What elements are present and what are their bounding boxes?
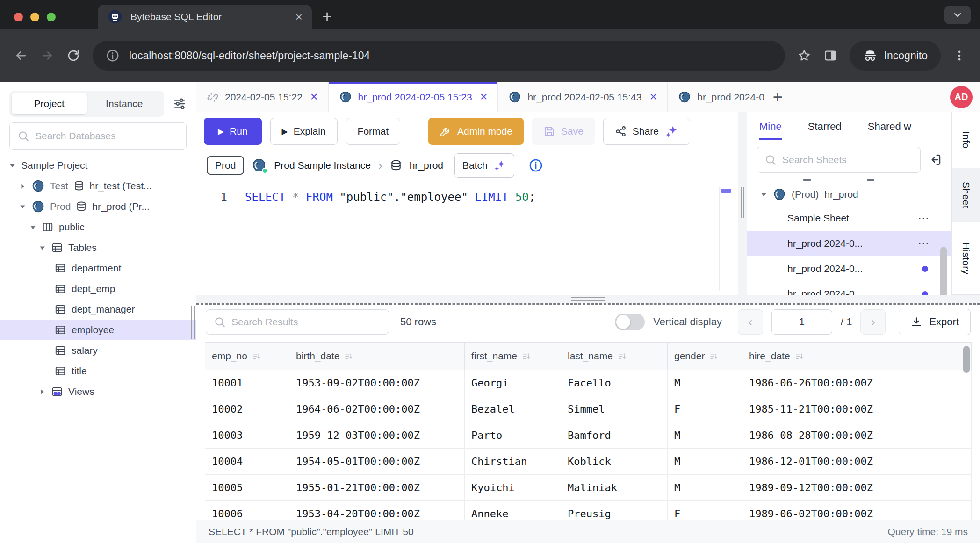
sql-editor[interactable]: 1 SELECT * FROM "public"."employee" LIMI… [196,184,738,295]
tab-sheet[interactable]: Sheet [952,168,980,222]
page-number-input[interactable] [771,309,832,335]
table-cell[interactable]: 10003 [205,422,289,449]
tab-starred[interactable]: Starred [808,121,842,140]
table-cell[interactable]: 1986-08-28T00:00:00Z [742,422,915,449]
database-search[interactable] [9,122,187,150]
sort-icon[interactable] [252,352,261,361]
run-button[interactable]: ▶ Run [204,118,262,145]
next-page-button[interactable]: › [860,309,886,335]
table-cell[interactable]: F [668,501,742,520]
sheet-group-hr_prod[interactable]: (Prod) hr_prod [747,183,951,206]
sort-icon[interactable] [709,352,718,361]
bookmark-star-icon[interactable] [797,49,811,63]
database-search-input[interactable] [35,130,179,142]
side-panel-icon[interactable] [823,49,837,63]
table-cell[interactable]: Preusig [561,501,668,520]
window-close-icon[interactable] [14,13,23,21]
table-cell[interactable]: 1985-11-21T00:00:00Z [742,396,915,422]
splitter-handle[interactable] [741,187,744,218]
batch-mode-button[interactable]: Batch [454,153,514,178]
column-header-gender[interactable]: gender [668,343,742,370]
table-cell[interactable]: 1989-09-12T00:00:00Z [742,475,915,501]
instance-name[interactable]: Prod Sample Instance [274,160,371,171]
table-cell[interactable]: 1953-09-02T00:00:00Z [289,370,465,396]
table-cell[interactable]: 10004 [205,449,289,475]
column-header-hire_date[interactable]: hire_date [742,343,915,370]
table-cell[interactable]: Bamford [561,422,668,449]
table-cell[interactable]: M [668,422,742,449]
sheet-tab-2[interactable]: hr_prod 2024-02-05 15:23 × [329,82,498,112]
close-tab-icon[interactable]: × [480,91,488,103]
table-cell[interactable]: 1964-06-02T00:00:00Z [289,396,465,422]
table-cell[interactable]: Parto [465,422,561,449]
table-cell[interactable]: Bezalel [465,396,561,422]
table-cell[interactable]: Chirstian [465,449,561,475]
new-tab-button[interactable]: + [312,8,342,29]
table-row[interactable]: 10005 1955-01-21T00:00:00Z Kyoichi Malin… [205,475,972,501]
more-menu-icon[interactable]: ⋯ [918,237,930,250]
browser-tab-close-icon[interactable]: × [295,11,303,23]
table-cell[interactable]: 10001 [205,370,289,396]
tab-instance[interactable]: Instance [87,93,162,114]
table-cell[interactable]: 1959-12-03T00:00:00Z [289,422,465,449]
sheet-search[interactable] [757,147,921,173]
table-row[interactable]: 10006 1953-04-20T00:00:00Z Anneke Preusi… [205,501,972,520]
close-tab-icon[interactable]: × [649,91,657,103]
back-icon[interactable] [14,49,28,63]
tab-info[interactable]: Info [952,112,980,168]
admin-mode-button[interactable]: Admin mode [428,118,524,145]
sheet-item[interactable]: hr_prod 2024-0... [747,256,951,281]
scrollbar-thumb[interactable] [940,247,947,295]
prev-page-button[interactable]: ‹ [738,309,763,335]
sheet-tab-4[interactable]: hr_prod 2024-0 [668,82,764,112]
scrollbar-thumb[interactable] [963,346,970,373]
tab-mine[interactable]: Mine [759,121,782,140]
table-row[interactable]: 10001 1953-09-02T00:00:00Z Georgi Facell… [205,370,972,396]
environment-chip[interactable]: Prod [207,156,244,175]
tree-tables-group[interactable]: Tables [0,237,196,258]
table-cell[interactable]: 1955-01-21T00:00:00Z [289,475,465,501]
more-menu-icon[interactable]: ⋯ [918,212,930,225]
column-header-last_name[interactable]: last_name [561,343,668,370]
table-cell[interactable]: Georgi [465,370,561,396]
tree-views-group[interactable]: Views [0,381,196,402]
tree-table-employee[interactable]: employee [0,320,196,340]
vertical-splitter[interactable] [738,112,747,295]
explain-button[interactable]: ▶ Explain [270,118,338,145]
info-icon[interactable] [528,158,543,173]
vertical-display-toggle[interactable] [615,314,645,330]
table-cell[interactable]: M [668,449,742,475]
filter-settings-icon[interactable] [173,97,187,111]
sidebar-resize-handle[interactable] [191,306,195,339]
sheet-tab-1[interactable]: 2024-02-05 15:22 × [196,82,329,112]
browser-menu-icon[interactable] [953,49,966,62]
table-cell[interactable]: Maliniak [561,475,668,501]
table-cell[interactable]: 1989-06-02T00:00:00Z [742,501,915,520]
table-cell[interactable]: Simmel [561,396,668,422]
table-row[interactable]: 10004 1954-05-01T00:00:00Z Chirstian Kob… [205,449,972,475]
url-bar[interactable]: localhost:8080/sql-editor/sheet/project-… [93,41,785,71]
sort-icon[interactable] [618,352,627,361]
tree-table-salary[interactable]: salary [0,340,196,361]
user-avatar[interactable]: AD [950,86,973,108]
sheet-item[interactable]: Sample Sheet ⋯ [747,206,951,231]
table-cell[interactable]: Koblick [561,449,668,475]
tree-schema-public[interactable]: public [0,217,196,237]
reload-icon[interactable] [66,49,80,63]
close-tab-icon[interactable]: × [310,91,318,103]
table-cell[interactable]: 10006 [205,501,289,520]
tree-table-dept_emp[interactable]: dept_emp [0,279,196,299]
table-cell[interactable]: M [668,475,742,501]
sheet-tab-3[interactable]: hr_prod 2024-02-05 15:43 × [498,82,668,112]
sheet-search-input[interactable] [782,154,913,165]
table-cell[interactable]: Anneke [465,501,561,520]
table-cell[interactable]: 1953-04-20T00:00:00Z [289,501,465,520]
sort-icon[interactable] [795,352,804,361]
database-name[interactable]: hr_prod [410,160,443,171]
tree-db-hr_prod[interactable]: Prod hr_prod (Pr... [0,196,196,217]
table-cell[interactable]: F [668,396,742,422]
save-button[interactable]: Save [532,118,595,145]
browser-tab[interactable]: Bytebase SQL Editor × [98,5,312,29]
results-search-input[interactable] [231,316,381,328]
sort-icon[interactable] [344,352,353,361]
